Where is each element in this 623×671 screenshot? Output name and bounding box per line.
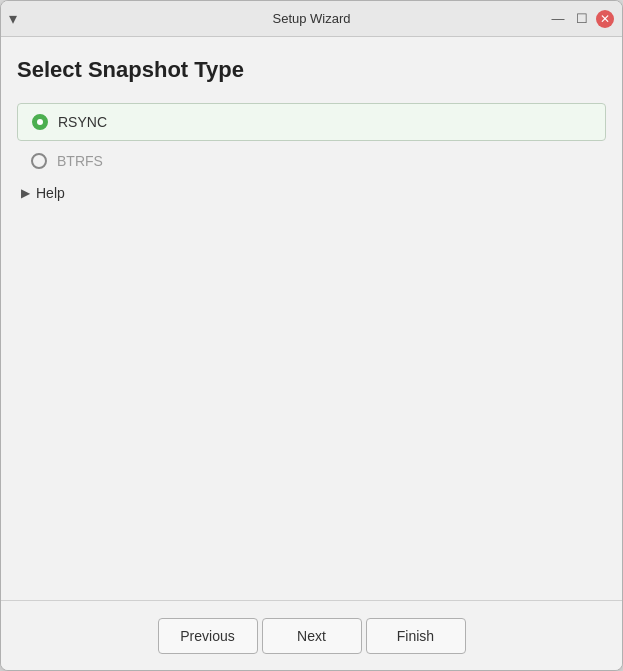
main-content: Select Snapshot Type RSYNC BTRFS ▶ Help — [1, 37, 622, 600]
help-label: Help — [36, 185, 65, 201]
help-section[interactable]: ▶ Help — [17, 177, 606, 209]
option-btrfs-label: BTRFS — [57, 153, 103, 169]
setup-wizard-window: ▾ Setup Wizard — ☐ ✕ Select Snapshot Typ… — [0, 0, 623, 671]
spacer — [17, 209, 606, 584]
radio-rsync — [32, 114, 48, 130]
minimize-button[interactable]: — — [548, 9, 568, 29]
help-arrow-icon: ▶ — [21, 186, 30, 200]
titlebar-controls: — ☐ ✕ — [548, 9, 614, 29]
titlebar: ▾ Setup Wizard — ☐ ✕ — [1, 1, 622, 37]
footer: Previous Next Finish — [1, 600, 622, 670]
page-title: Select Snapshot Type — [17, 57, 606, 83]
next-button[interactable]: Next — [262, 618, 362, 654]
radio-btrfs — [31, 153, 47, 169]
titlebar-left: ▾ — [9, 9, 17, 28]
finish-button[interactable]: Finish — [366, 618, 466, 654]
option-rsync-label: RSYNC — [58, 114, 107, 130]
previous-button[interactable]: Previous — [158, 618, 258, 654]
option-rsync[interactable]: RSYNC — [17, 103, 606, 141]
maximize-button[interactable]: ☐ — [572, 9, 592, 29]
window-title: Setup Wizard — [272, 11, 350, 26]
chevron-icon[interactable]: ▾ — [9, 9, 17, 28]
option-btrfs[interactable]: BTRFS — [17, 145, 606, 177]
close-button[interactable]: ✕ — [596, 10, 614, 28]
